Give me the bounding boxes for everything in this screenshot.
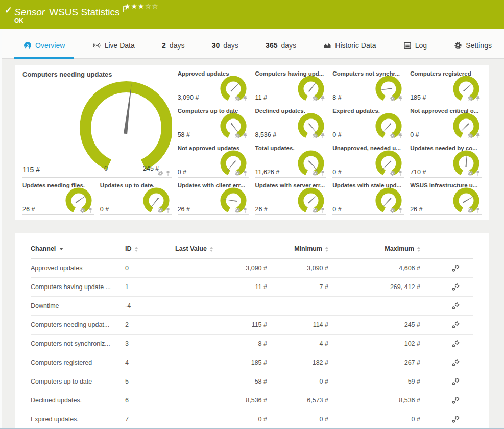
gauge-min-label: 0 [104, 165, 108, 172]
gear-icon[interactable] [390, 170, 396, 176]
stars-empty[interactable]: ☆☆ [145, 2, 159, 10]
pin-icon[interactable] [243, 207, 248, 213]
gear-icon[interactable] [467, 96, 473, 102]
pin-icon[interactable] [88, 207, 93, 213]
gear-icon[interactable] [312, 207, 318, 213]
tab-settings[interactable]: Settings [445, 41, 501, 58]
gear-icon[interactable] [157, 207, 163, 213]
gear-icon[interactable] [467, 207, 473, 213]
pin-icon[interactable] [320, 96, 325, 102]
channel-name[interactable]: Downtime [31, 297, 125, 316]
gear-icon[interactable] [234, 96, 241, 102]
channel-name[interactable]: Approved updates [31, 259, 125, 278]
gauge-cell[interactable]: Not approved critical o... 0 # [410, 107, 482, 140]
tab-log[interactable]: Log [394, 41, 436, 58]
gear-icon[interactable] [234, 207, 241, 213]
column-header-maximum[interactable]: Maximum [328, 238, 420, 259]
gear-icon[interactable] [467, 133, 473, 139]
channel-settings-icon[interactable] [451, 283, 460, 292]
gear-icon[interactable] [312, 96, 318, 102]
status-badge: OK [14, 17, 23, 25]
pin-icon[interactable] [398, 207, 403, 213]
gauge-cell[interactable]: Updates up to date. 0 # [100, 181, 172, 215]
tab-live-data[interactable]: Live Data [83, 41, 144, 58]
column-header-id[interactable]: ID [125, 238, 175, 259]
tab-number: 365 [266, 41, 277, 50]
tab-historic-data[interactable]: Historic Data [314, 41, 385, 58]
gauge-cell[interactable]: Not approved updates 0 # [178, 144, 249, 178]
primary-gauge-cell[interactable]: Computers needing updates 0 245 # 115 # [22, 69, 172, 178]
channel-settings-icon[interactable] [451, 377, 460, 386]
pin-icon[interactable] [243, 133, 248, 139]
gauge-value: 26 # [255, 206, 269, 213]
channel-name[interactable]: Declined updates. [31, 391, 125, 410]
gauge-cell[interactable]: Unapproved, needed u... 0 # [332, 144, 404, 178]
tab-30-days[interactable]: 30 days [203, 41, 248, 58]
gear-icon[interactable] [467, 170, 473, 176]
pin-icon[interactable] [475, 170, 481, 176]
pin-icon[interactable] [398, 170, 403, 176]
column-header-minimum[interactable]: Minimum [267, 238, 328, 259]
channel-name[interactable]: Computers up to date [31, 372, 125, 391]
gauge-label: WSUS infrastructure u... [410, 182, 482, 188]
channel-name[interactable]: Computers registered [31, 353, 125, 372]
gauge-value: 8 # [332, 94, 343, 101]
channel-settings-icon[interactable] [451, 264, 460, 273]
gauge-cell[interactable]: Approved updates 3,090 # [178, 69, 249, 103]
pin-icon[interactable] [475, 96, 481, 102]
gear-icon[interactable] [390, 207, 396, 213]
channel-name[interactable]: Computers having update ... [31, 278, 125, 297]
gauge-cell[interactable]: WSUS infrastructure u... 26 # [410, 181, 482, 215]
gauge-cell[interactable]: Computers up to date 58 # [178, 107, 249, 140]
pin-icon[interactable] [320, 170, 325, 176]
gear-icon[interactable] [234, 170, 241, 176]
channel-name[interactable]: Computers needing updat... [31, 316, 125, 335]
gauge-cell[interactable]: Updates with server err... 26 # [255, 181, 326, 215]
gauge-cell[interactable]: Computers registered 185 # [410, 69, 482, 103]
sort-icon [417, 247, 420, 252]
pin-icon[interactable] [475, 207, 481, 213]
stars-filled[interactable]: ★★★ [124, 2, 145, 10]
pin-icon[interactable] [320, 207, 325, 213]
channel-settings-icon[interactable] [451, 396, 460, 405]
pin-icon[interactable] [243, 96, 248, 102]
pin-icon[interactable] [475, 133, 481, 139]
gauge-cell[interactable]: Declined updates. 8,536 # [255, 107, 326, 140]
tab-overview[interactable]: Overview [14, 41, 74, 58]
pin-icon[interactable] [398, 133, 403, 139]
gear-icon[interactable] [234, 133, 241, 139]
priority-stars[interactable]: ★★★☆☆ [124, 2, 159, 10]
pin-icon[interactable] [398, 96, 403, 102]
channel-settings-icon[interactable] [451, 359, 460, 367]
column-header-last-value[interactable]: Last Value [175, 238, 267, 259]
channel-name[interactable]: Computers not synchroniz... [31, 335, 125, 353]
gear-icon[interactable] [80, 207, 86, 213]
tab-2-days[interactable]: 2 days [153, 41, 194, 58]
gauge-cell[interactable]: Expired updates. 0 # [332, 107, 404, 140]
channel-settings-icon[interactable] [451, 321, 460, 329]
gauge-cell[interactable]: Updates with client err... 26 # [178, 181, 249, 215]
gauge-cell[interactable]: Total updates. 11,626 # [255, 144, 326, 178]
gear-icon[interactable] [312, 133, 318, 139]
minimum-value: 114 # [267, 316, 328, 335]
gear-icon[interactable] [312, 170, 318, 176]
gauge-cell[interactable]: Computers having upd... 11 # [255, 69, 326, 103]
gauge-cell[interactable]: Updates with stale upd... 0 # [332, 181, 404, 215]
tab-365-days[interactable]: 365 days [256, 41, 305, 58]
gauge-cell[interactable]: Computers not synchr... 8 # [332, 69, 404, 103]
gear-icon[interactable] [157, 170, 163, 176]
gear-icon[interactable] [390, 133, 396, 139]
channel-settings-icon[interactable] [451, 302, 460, 311]
pin-icon[interactable] [165, 170, 171, 176]
channel-settings-icon[interactable] [451, 415, 460, 424]
gear-icon[interactable] [390, 96, 396, 102]
gauge-cell[interactable]: Updates needed by co... 710 # [410, 144, 482, 178]
pin-icon[interactable] [243, 170, 248, 176]
channel-table-panel: Channel ID Last Value Minimum Maximum [15, 233, 489, 429]
gauge-cell[interactable]: Updates needing files. 26 # [22, 181, 94, 215]
pin-icon[interactable] [165, 207, 171, 213]
channel-name[interactable]: Expired updates. [31, 410, 125, 429]
channel-settings-icon[interactable] [451, 340, 460, 348]
pin-icon[interactable] [320, 133, 325, 139]
column-header-channel[interactable]: Channel [31, 238, 125, 259]
